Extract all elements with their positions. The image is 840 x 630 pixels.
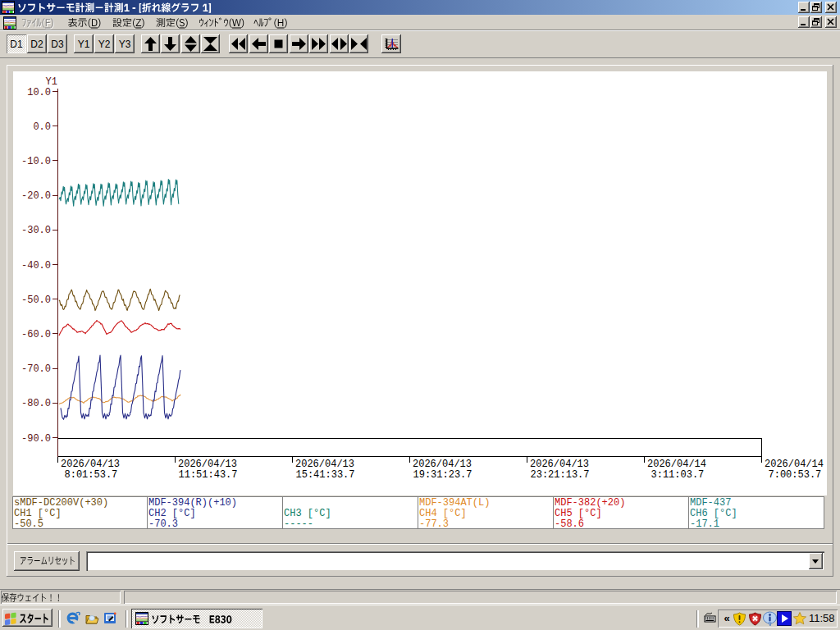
svg-text:-70.0: -70.0 <box>21 363 51 375</box>
svg-text:23:21:13.7: 23:21:13.7 <box>531 469 590 481</box>
svg-text:7:00:53.7: 7:00:53.7 <box>769 469 822 481</box>
svg-text:8:01:53.7: 8:01:53.7 <box>65 469 118 481</box>
svg-text:19:31:23.7: 19:31:23.7 <box>413 469 472 481</box>
svg-text:0.0: 0.0 <box>33 121 51 133</box>
svg-text:-10.0: -10.0 <box>21 156 51 167</box>
svg-text:2026/04/14: 2026/04/14 <box>765 459 824 470</box>
svg-text:-60.0: -60.0 <box>21 329 51 340</box>
svg-text:2026/04/13: 2026/04/13 <box>295 459 354 470</box>
svg-text:-80.0: -80.0 <box>21 398 51 409</box>
svg-text:3:11:03.7: 3:11:03.7 <box>651 469 705 481</box>
svg-text:2026/04/14: 2026/04/14 <box>647 459 706 470</box>
svg-text:-40.0: -40.0 <box>21 260 51 272</box>
svg-text:-50.0: -50.0 <box>21 294 51 306</box>
svg-text:15:41:33.7: 15:41:33.7 <box>296 469 355 481</box>
svg-text:2026/04/13: 2026/04/13 <box>178 459 237 470</box>
svg-text:2026/04/13: 2026/04/13 <box>61 459 120 470</box>
svg-text:-90.0: -90.0 <box>21 433 51 445</box>
svg-text:-30.0: -30.0 <box>21 225 51 236</box>
svg-text:11:51:43.7: 11:51:43.7 <box>179 469 238 481</box>
svg-text:10.0: 10.0 <box>27 87 51 98</box>
svg-text:2026/04/13: 2026/04/13 <box>530 459 589 470</box>
svg-text:2026/04/13: 2026/04/13 <box>413 459 472 470</box>
svg-text:-20.0: -20.0 <box>21 190 51 202</box>
